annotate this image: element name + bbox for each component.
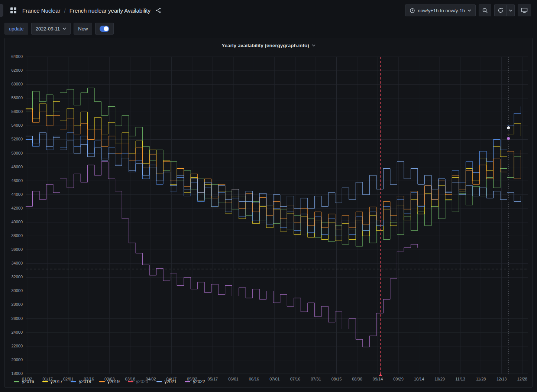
svg-text:03/18: 03/18: [125, 377, 136, 381]
now-toggle[interactable]: [100, 26, 109, 32]
svg-text:64000: 64000: [11, 54, 23, 59]
svg-text:56000: 56000: [11, 109, 23, 114]
update-button[interactable]: update: [4, 23, 28, 35]
clock-icon: [410, 8, 415, 13]
panel-title: Yearly availability (energygraph.info): [221, 43, 309, 48]
svg-text:08/30: 08/30: [352, 377, 362, 381]
svg-text:34000: 34000: [11, 261, 23, 265]
svg-text:52000: 52000: [11, 137, 23, 141]
zoom-out-button[interactable]: [479, 4, 491, 16]
svg-text:01/17: 01/17: [42, 377, 53, 381]
panel-menu-chevron-icon: [312, 44, 316, 46]
svg-text:38000: 38000: [11, 233, 23, 238]
svg-text:07/16: 07/16: [290, 377, 301, 381]
nav-left: France Nuclear / French nuclear yearly A…: [5, 6, 162, 15]
svg-text:40000: 40000: [11, 220, 23, 224]
svg-text:18000: 18000: [11, 371, 23, 376]
availability-chart[interactable]: 1800020000220002400026000280003000032000…: [5, 52, 532, 378]
breadcrumb-separator: /: [64, 7, 66, 14]
breadcrumb: France Nuclear / French nuclear yearly A…: [22, 6, 162, 14]
time-range-label: now/y+1h to now/y-1h: [418, 8, 465, 13]
svg-text:50000: 50000: [11, 151, 23, 155]
svg-text:06/16: 06/16: [249, 377, 259, 381]
sidebar-toggle[interactable]: [0, 4, 3, 17]
grafana-app: France Nuclear / French nuclear yearly A…: [0, 0, 537, 392]
svg-text:24000: 24000: [11, 330, 23, 334]
svg-text:11/28: 11/28: [476, 377, 486, 381]
svg-text:12/28: 12/28: [517, 377, 527, 381]
svg-text:46000: 46000: [11, 178, 23, 183]
svg-text:05/17: 05/17: [208, 377, 218, 381]
toggle-knob: [104, 26, 109, 31]
svg-text:08/15: 08/15: [331, 377, 342, 381]
svg-text:09/29: 09/29: [393, 377, 404, 381]
svg-text:60000: 60000: [11, 82, 23, 86]
svg-text:04/02: 04/02: [146, 377, 156, 381]
svg-text:36000: 36000: [11, 247, 23, 252]
svg-text:26000: 26000: [11, 316, 23, 321]
svg-text:11/13: 11/13: [455, 377, 465, 381]
svg-text:44000: 44000: [11, 192, 23, 197]
svg-text:06/01: 06/01: [228, 377, 239, 381]
now-toggle-container: [95, 23, 114, 35]
svg-text:32000: 32000: [11, 275, 23, 279]
svg-text:28000: 28000: [11, 302, 23, 307]
chevron-down-icon: [62, 27, 66, 30]
navbar: France Nuclear / French nuclear yearly A…: [0, 0, 537, 21]
svg-text:07/01: 07/01: [269, 377, 280, 381]
svg-text:10/14: 10/14: [414, 377, 424, 381]
monitor-icon: [521, 7, 528, 13]
chevron-down-icon: [468, 9, 471, 12]
breadcrumb-page[interactable]: French nuclear yearly Availability: [69, 7, 151, 14]
availability-panel: Yearly availability (energygraph.info) 1…: [4, 38, 533, 388]
svg-text:12/13: 12/13: [496, 377, 507, 381]
svg-text:02/16: 02/16: [84, 377, 94, 381]
chevron-down-icon: [509, 9, 512, 12]
time-range-picker[interactable]: now/y+1h to now/y-1h: [405, 4, 476, 16]
svg-text:62000: 62000: [11, 68, 23, 72]
svg-text:03/03: 03/03: [104, 377, 115, 381]
tv-mode-button[interactable]: [518, 4, 531, 16]
svg-text:09/14: 09/14: [373, 377, 383, 381]
svg-text:20000: 20000: [11, 357, 23, 362]
svg-text:07/31: 07/31: [311, 377, 321, 381]
svg-text:58000: 58000: [11, 95, 23, 100]
zoom-out-icon: [482, 7, 488, 13]
svg-text:22000: 22000: [11, 344, 23, 348]
svg-text:02/01: 02/01: [63, 377, 74, 381]
panel-header[interactable]: Yearly availability (energygraph.info): [5, 38, 532, 52]
svg-text:05/02: 05/02: [187, 377, 197, 381]
nav-right: now/y+1h to now/y-1h: [405, 4, 531, 16]
svg-text:10/29: 10/29: [434, 377, 445, 381]
refresh-split-button: [494, 4, 515, 16]
refresh-interval-dropdown[interactable]: [507, 4, 515, 16]
share-icon[interactable]: [154, 6, 162, 14]
apps-menu-icon[interactable]: [9, 6, 18, 15]
svg-text:42000: 42000: [11, 206, 23, 210]
svg-text:30000: 30000: [11, 288, 23, 293]
date-picker-value: 2022-09-11: [36, 26, 60, 32]
refresh-icon: [498, 7, 504, 13]
svg-text:01/02: 01/02: [22, 377, 32, 381]
svg-text:04/17: 04/17: [166, 377, 177, 381]
now-button[interactable]: Now: [74, 23, 92, 35]
dashboard-controls: update 2022-09-11 Now: [0, 21, 537, 38]
refresh-button[interactable]: [494, 4, 507, 16]
svg-text:48000: 48000: [11, 165, 23, 169]
breadcrumb-dashboard[interactable]: France Nuclear: [22, 7, 61, 14]
svg-text:54000: 54000: [11, 123, 23, 127]
date-picker[interactable]: 2022-09-11: [31, 23, 71, 35]
